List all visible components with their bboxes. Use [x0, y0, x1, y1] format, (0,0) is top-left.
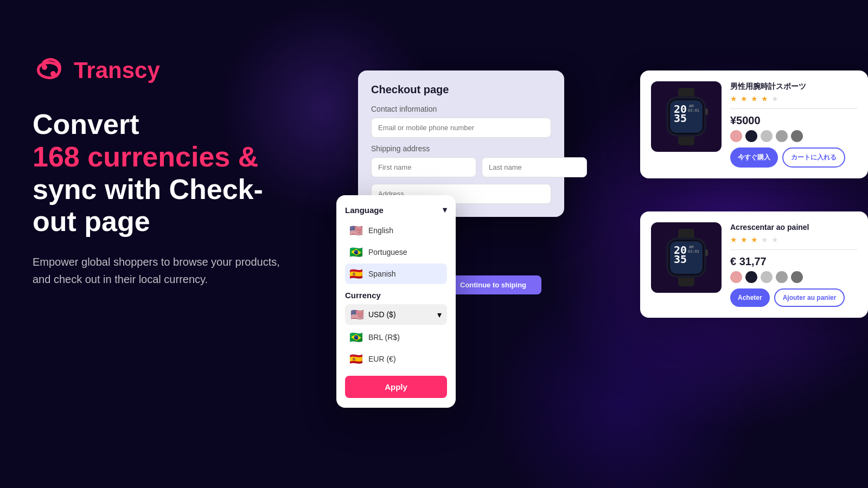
- apply-button[interactable]: Apply: [345, 376, 447, 398]
- logo-suffix: cy: [135, 57, 160, 83]
- shipping-overlay: Continue to shiping: [445, 271, 541, 294]
- star3-b: ★: [751, 235, 758, 244]
- watch-image-bottom: 20 35 AM 03:01: [651, 222, 722, 293]
- flag-us: 🇺🇸: [349, 224, 363, 237]
- language-header: Language ▾: [345, 205, 447, 215]
- transcy-logo-icon: [33, 54, 65, 87]
- currency-usd-left: 🇺🇸 USD ($): [350, 308, 396, 321]
- swatch-silver-top[interactable]: [761, 130, 773, 142]
- svg-text:AM: AM: [689, 245, 693, 249]
- firstname-input[interactable]: [371, 157, 476, 177]
- swatch-dark-top[interactable]: [745, 130, 757, 142]
- chevron-down-icon-currency: ▾: [437, 310, 442, 320]
- currency-usd-selector[interactable]: 🇺🇸 USD ($) ▾: [345, 304, 447, 325]
- lang-item-portuguese[interactable]: 🇧🇷 Portuguese: [345, 242, 447, 262]
- lastname-input[interactable]: [482, 157, 587, 177]
- svg-rect-11: [705, 108, 708, 115]
- language-label: Language: [345, 206, 384, 215]
- divider-bottom: [730, 249, 857, 250]
- star2: ★: [741, 94, 748, 103]
- swatch-pink-top[interactable]: [730, 130, 742, 142]
- language-currency-dropdown: Language ▾ 🇺🇸 English 🇧🇷 Portuguese 🇪🇸 S…: [336, 195, 456, 408]
- product-name-top: 男性用腕時計スポーツ: [730, 81, 857, 91]
- product-card-portuguese: 20 35 AM 03:01 Acrescentar ao painel ★ ★…: [640, 211, 868, 318]
- buy-now-button-top[interactable]: 今すぐ購入: [730, 147, 778, 168]
- headline-line3: sync with Check-: [33, 174, 263, 205]
- svg-point-0: [42, 65, 47, 70]
- headline-highlight: 168 currencies &: [33, 141, 258, 172]
- divider-top: [730, 108, 857, 109]
- star1-b: ★: [730, 235, 738, 244]
- swatch-dark-bottom[interactable]: [745, 271, 757, 283]
- lang-portuguese-label: Portuguese: [368, 248, 407, 256]
- shipping-label: Continue to shi: [460, 281, 512, 289]
- currency-brl-label: BRL (R$): [368, 333, 400, 342]
- star3: ★: [751, 94, 758, 103]
- svg-rect-21: [705, 249, 708, 256]
- swatch-silver-bottom[interactable]: [761, 271, 773, 283]
- swatch-gray-bottom[interactable]: [776, 271, 788, 283]
- left-section: Transcy Convert 168 currencies & sync wi…: [33, 54, 331, 288]
- checkout-card-title: Checkout page: [371, 84, 551, 96]
- flag-usd: 🇺🇸: [350, 308, 364, 321]
- headline-line4: out page: [33, 206, 150, 237]
- stars-bottom: ★ ★ ★ ★ ★: [730, 235, 857, 244]
- star5-empty: ★: [771, 94, 779, 103]
- star5-b-empty: ★: [771, 235, 779, 244]
- lang-spanish-label: Spanish: [368, 269, 396, 278]
- logo-prefix: Trans: [74, 57, 135, 83]
- star2-b: ★: [741, 235, 748, 244]
- svg-text:03:01: 03:01: [688, 108, 699, 113]
- hero-subtext: Empower global shoppers to browse your p…: [33, 253, 293, 288]
- price-top: ¥5000: [730, 114, 857, 127]
- currency-header: Currency: [345, 291, 447, 300]
- shipping-button[interactable]: Continue to shiping: [445, 275, 541, 294]
- flag-brl: 🇧🇷: [349, 331, 363, 344]
- svg-text:03:01: 03:01: [688, 249, 699, 254]
- flag-br: 🇧🇷: [349, 246, 363, 259]
- right-section: Checkout page Contact information Shippi…: [326, 0, 868, 488]
- stars-top: ★ ★ ★ ★ ★: [730, 94, 857, 103]
- currency-usd-label: USD ($): [368, 310, 396, 319]
- product-buttons-top: 今すぐ購入 カートに入れる: [730, 147, 857, 168]
- product-info-top: 男性用腕時計スポーツ ★ ★ ★ ★ ★ ¥5000 今すぐ購入 カートに入れる: [730, 81, 857, 168]
- svg-text:AM: AM: [689, 104, 693, 108]
- chevron-down-icon: ▾: [443, 205, 447, 215]
- watch-image-top: 20 35 AM 03:01: [651, 81, 722, 152]
- currency-eur-label: EUR (€): [368, 355, 396, 363]
- swatch-darkgray-bottom[interactable]: [791, 271, 803, 283]
- acheter-button[interactable]: Acheter: [730, 288, 770, 307]
- svg-text:35: 35: [674, 112, 687, 125]
- lang-english-label: English: [368, 226, 393, 235]
- product-info-bottom: Acrescentar ao painel ★ ★ ★ ★ ★ € 31,77 …: [730, 222, 857, 307]
- swatch-darkgray-top[interactable]: [791, 130, 803, 142]
- logo-text: Transcy: [74, 57, 160, 84]
- product-buttons-bottom: Acheter Ajouter au panier: [730, 288, 857, 307]
- star4: ★: [761, 94, 769, 103]
- svg-point-1: [50, 71, 56, 76]
- contact-label: Contact information: [371, 105, 551, 113]
- hero-headline: Convert 168 currencies & sync with Check…: [33, 108, 331, 238]
- lang-item-english[interactable]: 🇺🇸 English: [345, 220, 447, 241]
- currency-brl-item[interactable]: 🇧🇷 BRL (R$): [345, 327, 447, 348]
- price-bottom: € 31,77: [730, 255, 857, 268]
- lang-item-spanish[interactable]: 🇪🇸 Spanish: [345, 264, 447, 284]
- logo-area: Transcy: [33, 54, 331, 87]
- currency-eur-item[interactable]: 🇪🇸 EUR (€): [345, 349, 447, 369]
- flag-es: 🇪🇸: [349, 267, 363, 280]
- color-swatches-top: [730, 130, 857, 142]
- color-swatches-bottom: [730, 271, 857, 283]
- name-row: [371, 157, 551, 177]
- ajouter-button[interactable]: Ajouter au panier: [774, 288, 845, 307]
- product-name-bottom: Acrescentar ao painel: [730, 222, 857, 232]
- add-to-cart-button-top[interactable]: カートに入れる: [782, 147, 845, 168]
- swatch-gray-top[interactable]: [776, 130, 788, 142]
- star1: ★: [730, 94, 738, 103]
- swatch-pink-bottom[interactable]: [730, 271, 742, 283]
- shipping-label: Shipping address: [371, 144, 551, 153]
- watch-svg-bottom: 20 35 AM 03:01: [656, 228, 716, 287]
- contact-input[interactable]: [371, 118, 551, 138]
- svg-text:35: 35: [674, 253, 687, 266]
- flag-eur: 🇪🇸: [349, 352, 363, 365]
- watch-svg-top: 20 35 AM 03:01: [656, 87, 716, 146]
